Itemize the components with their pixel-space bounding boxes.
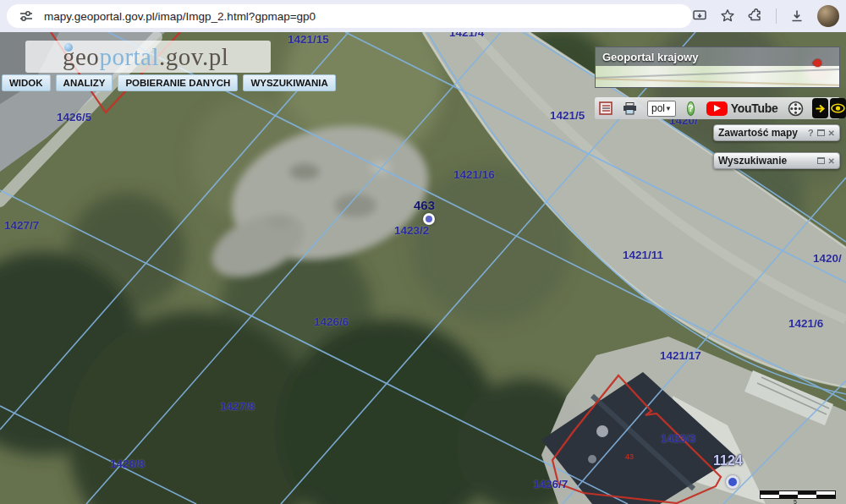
- panel-search[interactable]: Wyszukiwanie ✕: [713, 152, 840, 169]
- overview-minimap[interactable]: Geoportal krajowy: [595, 47, 840, 88]
- panel-close-button[interactable]: ✕: [828, 156, 835, 166]
- arrow-right-icon: [815, 103, 826, 114]
- menu-analizy[interactable]: ANALIZY: [56, 74, 113, 91]
- panel-title: Wyszukiwanie: [718, 155, 787, 167]
- main-menu: WIDOK ANALIZY POBIERANIE DANYCH WYSZUKIW…: [2, 74, 271, 91]
- language-select[interactable]: pol ▼: [647, 101, 676, 117]
- help-button[interactable]: ?: [687, 101, 695, 116]
- browser-toolbar: mapy.geoportal.gov.pl/imap/Imgp_2.html?g…: [0, 0, 846, 32]
- skip-arrow-button[interactable]: [812, 98, 828, 118]
- tune-icon[interactable]: [19, 8, 34, 24]
- browser-actions: [692, 5, 839, 27]
- panel-map-content[interactable]: Zawartość mapy ? ✕: [713, 124, 840, 141]
- install-app-icon[interactable]: [692, 8, 707, 24]
- address-bar[interactable]: mapy.geoportal.gov.pl/imap/Imgp_2.html?g…: [7, 4, 692, 28]
- panel-buttons: ✕: [817, 156, 835, 166]
- url-text[interactable]: mapy.geoportal.gov.pl/imap/Imgp_2.html?g…: [44, 10, 316, 23]
- divider: [776, 8, 777, 24]
- menu-wyszukiwania[interactable]: WYSZUKIWANIA: [243, 74, 335, 91]
- panel-title: Zawartość mapy: [718, 127, 798, 139]
- menu-widok[interactable]: WIDOK: [2, 74, 51, 91]
- youtube-link[interactable]: YouTube: [706, 101, 778, 116]
- scale-number: 5: [794, 499, 797, 504]
- point-marker-1124[interactable]: [726, 475, 739, 489]
- eye-icon: [831, 103, 845, 113]
- youtube-label: YouTube: [731, 101, 778, 115]
- panel-help-button[interactable]: ?: [808, 128, 814, 138]
- scale-bar: [760, 490, 836, 499]
- bookmark-star-icon[interactable]: [720, 8, 735, 24]
- panel-maximize-button[interactable]: [817, 129, 825, 136]
- menu-pobieranie[interactable]: POBIERANIE DANYCH: [118, 74, 238, 91]
- language-value: pol: [651, 102, 665, 114]
- geoportal-logo[interactable]: geo portal .gov.pl: [25, 41, 271, 73]
- panel-close-button[interactable]: ✕: [828, 129, 835, 138]
- map-canvas[interactable]: 1421/15 1421/4 1426/5 1421/5 1420/ 1427/…: [0, 32, 846, 504]
- logo-text-suffix: .gov.pl: [159, 43, 228, 71]
- downloads-icon[interactable]: [789, 8, 805, 24]
- print-icon[interactable]: [623, 102, 637, 115]
- logo-globe-dot: [64, 43, 73, 52]
- point-marker-463[interactable]: [423, 213, 435, 225]
- legend-icon[interactable]: [599, 101, 613, 115]
- map-toolbar: pol ▼ ? YouTube: [595, 97, 840, 119]
- geoportal-header: geo portal .gov.pl WIDOK ANALIZY POBIERA…: [2, 41, 271, 91]
- minimap-road: [596, 78, 839, 86]
- high-contrast-button[interactable]: [830, 98, 846, 118]
- minimap-road: [596, 68, 839, 79]
- logo-text-portal: portal: [99, 43, 159, 71]
- wheel-icon[interactable]: [788, 101, 804, 117]
- accessibility-widget: [812, 98, 846, 118]
- extensions-icon[interactable]: [748, 8, 763, 24]
- panel-buttons: ? ✕: [808, 128, 835, 138]
- youtube-play-icon: [706, 101, 728, 116]
- profile-avatar[interactable]: [817, 5, 839, 27]
- minimap-title-band: Geoportal krajowy: [596, 47, 839, 66]
- panel-maximize-button[interactable]: [817, 157, 825, 164]
- chevron-down-icon: ▼: [665, 105, 672, 112]
- minimap-title: Geoportal krajowy: [596, 51, 698, 63]
